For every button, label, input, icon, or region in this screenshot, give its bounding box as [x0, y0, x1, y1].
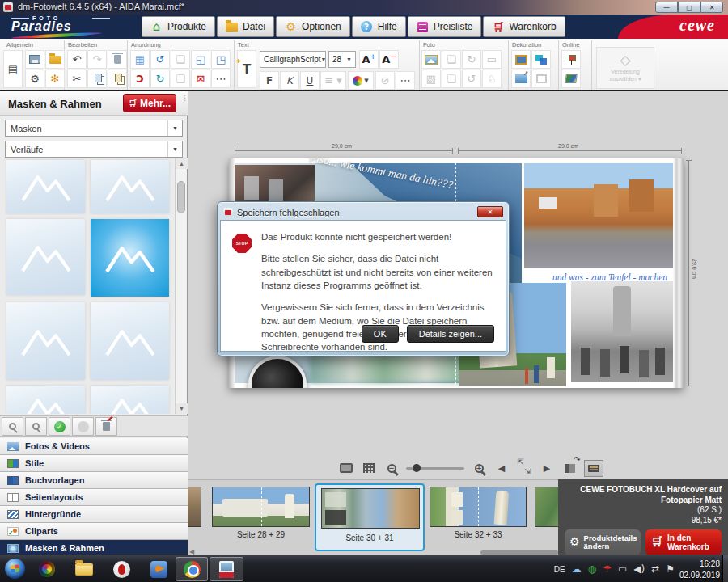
veredelung-button[interactable]: ◇ Veredelungauswählen ▾	[596, 47, 654, 89]
title-bar[interactable]: dm-Fotowelt 6.4.5 (x64) - AIDA Marai.mcf…	[0, 0, 728, 15]
close-button[interactable]: ✕	[700, 2, 723, 13]
zoom-out-icon[interactable]: −	[383, 460, 400, 476]
ok-button[interactable]: OK	[362, 325, 399, 343]
minimize-button[interactable]: —	[655, 2, 678, 13]
next-page-icon[interactable]: ▶	[539, 460, 555, 476]
dialog-close-icon[interactable]: ✕	[477, 206, 503, 217]
add-to-cart-button[interactable]: 🛒︎ In den Warenkorb	[645, 529, 722, 555]
tray-volume-icon[interactable]: ◀)	[633, 564, 645, 574]
taskbar-mediaplayer-icon[interactable]	[149, 559, 168, 579]
prev-page-icon[interactable]: ◀	[493, 460, 510, 476]
page-thumb-image[interactable]	[321, 488, 420, 529]
page-thumb-32-33[interactable]	[430, 487, 527, 527]
settings-gear-icon[interactable]: ⚙	[25, 70, 44, 88]
menu-produkte[interactable]: ⌂ Produkte	[142, 16, 215, 37]
redo-icon[interactable]: ↷	[87, 50, 107, 69]
taskbar-clock[interactable]: 16:28 02.09.2019	[679, 559, 720, 580]
tray-sync-icon[interactable]: ⇄	[651, 564, 659, 574]
magic-wand-icon[interactable]: ✻	[45, 70, 65, 88]
rotate-left-icon[interactable]: ↺	[150, 50, 170, 69]
no-style-icon[interactable]: ⊘	[375, 71, 395, 90]
mask-thumbnail[interactable]	[91, 302, 169, 380]
tray-green-app-icon[interactable]: ◍	[588, 564, 596, 574]
taskbar-chrome-icon[interactable]	[176, 557, 208, 581]
product-details-button[interactable]: ⚙ Produktdetails ändern	[565, 529, 641, 555]
align-text-icon[interactable]: ≡ ▾	[320, 71, 346, 90]
sidebar-item-seitenlayouts[interactable]: Seitenlayouts	[0, 489, 188, 506]
zoom-slider[interactable]	[406, 467, 464, 470]
sidebar-item-stile[interactable]: Stile	[0, 455, 188, 472]
taskbar-explorer-icon[interactable]	[74, 559, 94, 579]
undo-icon[interactable]: ↶	[67, 50, 87, 69]
panel-grip-icon[interactable]: ⋮	[181, 96, 188, 100]
delete-icon[interactable]	[108, 50, 127, 69]
photo-shape2-icon[interactable]: ❏	[442, 70, 461, 88]
delete-mask-icon[interactable]	[95, 417, 117, 436]
grid-icon[interactable]: ▦	[130, 50, 150, 69]
details-button[interactable]: Details zeigen...	[407, 325, 494, 343]
add-text-button[interactable]: T	[237, 50, 256, 88]
rotate-right-icon[interactable]: ↻	[150, 70, 170, 88]
background-image-icon[interactable]	[511, 70, 531, 88]
taskbar-fotowelt-icon[interactable]	[210, 557, 243, 581]
menu-optionen[interactable]: ⚙ Optionen	[276, 16, 350, 37]
insert-photo-icon[interactable]	[421, 50, 441, 69]
font-larger-icon[interactable]: A+	[359, 50, 379, 69]
more-text-icon[interactable]: ⋯	[396, 71, 415, 90]
photo-rotate-icon[interactable]: ↻	[462, 50, 481, 69]
layers2-icon[interactable]: ❏	[171, 70, 190, 88]
text-color-icon[interactable]: ▼	[348, 71, 374, 90]
zoom-in-thumbs-icon[interactable]	[25, 417, 47, 436]
menu-hilfe[interactable]: ? Hilfe	[352, 16, 406, 37]
magnet-icon[interactable]: Ɔ	[130, 70, 150, 88]
book-preview-button[interactable]: ▤	[3, 50, 23, 88]
framed-picture-icon[interactable]	[511, 50, 531, 69]
photo-street-scene[interactable]	[524, 163, 673, 268]
mask-grid-scrollbar[interactable]: ▲ ▼	[175, 158, 187, 414]
masken-dropdown[interactable]: Masken ▼	[5, 120, 183, 137]
font-size-select[interactable]: 28▼	[328, 51, 356, 68]
mask-thumbnail[interactable]	[91, 160, 169, 213]
mask-thumbnail[interactable]	[6, 160, 85, 213]
menu-preisliste[interactable]: Preisliste	[408, 16, 482, 37]
favorite-icon[interactable]: ✓	[49, 417, 70, 436]
single-page-view-icon[interactable]	[338, 460, 354, 476]
photo-frame-icon[interactable]: ▭	[482, 50, 502, 69]
tray-cloud-icon[interactable]: ☁	[572, 564, 582, 574]
menu-datei[interactable]: Datei	[217, 16, 274, 37]
bold-icon[interactable]: F	[260, 71, 279, 90]
font-smaller-icon[interactable]: A−	[379, 50, 399, 69]
zoom-slider-knob[interactable]	[413, 464, 421, 472]
page-thumb-28-29[interactable]	[212, 487, 310, 527]
mehr-button[interactable]: 🛒︎ Mehr...	[123, 94, 176, 112]
italic-icon[interactable]: K	[280, 71, 299, 90]
tray-flag-icon[interactable]: ⚑	[666, 564, 675, 574]
scroll-up-icon[interactable]: ▲	[176, 158, 188, 169]
frame-outline-icon[interactable]	[531, 70, 551, 88]
show-desktop-button[interactable]	[722, 555, 728, 582]
align-corner-icon[interactable]: ◱	[191, 50, 210, 69]
fullscreen-icon[interactable]	[516, 460, 532, 476]
open-folder-icon[interactable]	[45, 50, 65, 69]
verlaeufe-dropdown[interactable]: Verläufe ▼	[5, 141, 183, 158]
sidebar-item-cliparts[interactable]: Cliparts	[0, 523, 188, 540]
paste-icon[interactable]	[108, 70, 127, 88]
cut-icon[interactable]: ✂	[67, 70, 87, 88]
tray-display-icon[interactable]: ▭	[618, 564, 627, 574]
carousel-icon[interactable]: ♘	[482, 70, 502, 88]
zoom-out-thumbs-icon[interactable]	[2, 417, 23, 436]
shapes-icon[interactable]	[531, 50, 551, 69]
zoom-in-icon[interactable]: +	[471, 460, 487, 476]
maximize-button[interactable]: ▢	[678, 2, 700, 13]
copy-icon[interactable]	[87, 70, 107, 88]
mask-thumbnail[interactable]	[6, 219, 85, 295]
layers-icon[interactable]: ❏	[171, 50, 190, 69]
mask-thumbnail[interactable]	[6, 302, 85, 380]
sidebar-item-hintergruende[interactable]: Hintergründe	[0, 506, 188, 523]
font-family-select[interactable]: CalligraphScript▼	[260, 51, 326, 68]
align-corner2-icon[interactable]: ◳	[211, 50, 231, 69]
pin-icon[interactable]	[561, 50, 581, 69]
map-icon[interactable]	[561, 70, 581, 88]
photo-shape-icon[interactable]: ❏	[442, 50, 461, 69]
remove-layer-icon[interactable]: ⊠	[191, 70, 210, 88]
